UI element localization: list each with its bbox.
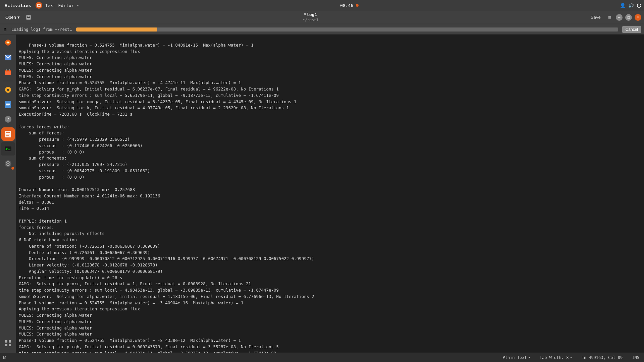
loading-file-icon: 🗎 [3,27,7,32]
topbar: Activities Text Editor ▾ 08:46 👤 🔊 ⏻ [0,0,644,11]
tab-width-selector[interactable]: Tab Width: 8 ▾ [538,355,574,361]
appbar-right: Save ≡ — □ ✕ [588,13,641,22]
svg-rect-5 [28,15,30,17]
sidebar-item-notes[interactable] [1,127,15,141]
close-button[interactable]: ✕ [635,14,641,21]
cancel-button[interactable]: Cancel [622,26,641,33]
svg-rect-3 [38,6,39,6]
sidebar-item-docs[interactable] [1,98,15,111]
topbar-center: 08:46 [340,3,359,8]
appbar: Open ▾ *log1 ~/rest1 Save ≡ — □ ✕ [0,11,644,24]
statusbar-left: 🗎 [3,355,7,360]
svg-point-9 [7,42,9,43]
svg-rect-14 [9,69,10,71]
app-title[interactable]: Text Editor [45,3,74,8]
volume-icon[interactable]: 🔊 [628,3,634,8]
ins-mode[interactable]: INS [630,355,641,361]
statusbar-file-icon: 🗎 [3,355,7,360]
editor-content: Phase-1 volume fraction = 0.524755 Min(a… [19,43,314,353]
open-label: Open [5,15,16,20]
svg-point-17 [8,89,8,90]
svg-rect-34 [9,340,11,343]
appbar-center: *log1 ~/rest1 [303,12,318,22]
store-notification-dot [11,167,14,170]
open-button[interactable]: Open ▾ [3,13,22,21]
minimize-button[interactable]: — [616,14,623,21]
svg-rect-1 [38,5,40,5]
svg-rect-13 [6,69,7,71]
main-layout: ? [0,35,644,353]
loading-label: Loading log1 from ~/rest1 [11,27,72,32]
topbar-left: Activities Text Editor ▾ [3,2,79,9]
activities-button[interactable]: Activities [3,2,33,9]
cursor-position[interactable]: Ln 499163, Col 89 [579,355,625,361]
power-icon[interactable]: ⏻ [637,3,641,8]
svg-rect-12 [5,70,11,71]
svg-text:?: ? [6,117,9,122]
save-button[interactable]: Save [588,13,603,21]
progress-bar-fill [76,27,157,32]
sidebar-item-store[interactable] [1,157,15,170]
sidebar-item-firefox[interactable] [1,36,15,49]
cursor-pos-label: Ln 499163, Col 89 [581,355,623,360]
svg-rect-25 [6,132,10,133]
maximize-button[interactable]: □ [625,14,632,21]
svg-rect-20 [6,104,10,105]
svg-rect-36 [9,344,11,346]
user-icon[interactable]: 👤 [620,3,626,8]
format-chevron: ▾ [528,356,530,359]
tab-width-label: Tab Width: 8 [540,355,569,360]
svg-rect-6 [27,18,30,19]
sidebar-item-calendar[interactable] [1,65,15,79]
app-menu-chevron[interactable]: ▾ [76,3,79,8]
sidebar: ? [0,35,16,353]
svg-rect-33 [5,340,7,343]
sidebar-item-grid[interactable] [1,337,15,350]
sidebar-bottom [1,337,15,353]
save-icon-button[interactable] [24,13,33,22]
ins-label: INS [632,355,639,360]
topbar-right: 👤 🔊 ⏻ [620,3,641,8]
svg-point-32 [7,163,9,164]
statusbar: 🗎 Plain Text ▾ Tab Width: 8 ▾ Ln 499163,… [0,353,644,362]
notification-dot [356,4,359,7]
sidebar-item-help[interactable]: ? [1,113,15,126]
appbar-left: Open ▾ [3,13,33,22]
sidebar-separator-1 [3,81,13,81]
loading-bar-container: 🗎 Loading log1 from ~/rest1 Cancel [0,24,644,35]
svg-rect-2 [38,5,40,6]
hamburger-menu-button[interactable]: ≡ [606,13,613,22]
format-selector[interactable]: Plain Text ▾ [500,355,532,361]
tab-width-chevron: ▾ [570,356,572,359]
editor-area[interactable]: Phase-1 volume fraction = 0.524755 Min(a… [16,35,644,353]
svg-rect-28 [5,146,11,151]
sidebar-item-email[interactable] [1,51,15,64]
format-label: Plain Text [502,355,527,360]
svg-rect-19 [6,103,10,104]
app-icon [36,2,42,9]
svg-rect-27 [6,135,9,136]
file-title: *log1 [303,12,318,18]
svg-rect-26 [6,134,10,134]
sidebar-item-terminal[interactable] [1,142,15,156]
svg-rect-21 [6,106,9,106]
svg-rect-35 [5,344,7,346]
file-path: ~/rest1 [303,18,318,22]
clock-display: 08:46 [340,3,353,8]
progress-bar [76,27,618,32]
open-chevron: ▾ [17,15,20,20]
sidebar-item-music[interactable] [1,83,15,97]
